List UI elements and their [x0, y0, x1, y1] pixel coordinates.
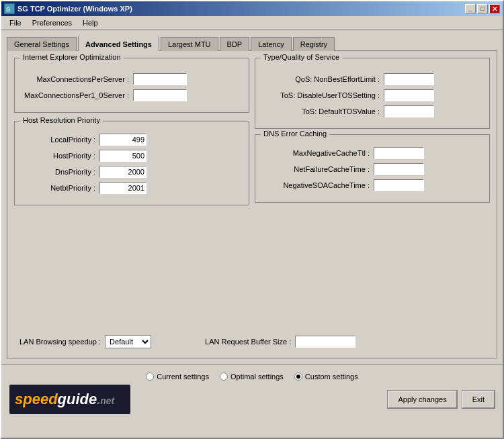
minimize-button[interactable]: _ — [465, 4, 476, 13]
local-priority-input[interactable] — [99, 134, 146, 146]
max-negative-cache-input[interactable] — [374, 147, 424, 159]
type-quality-group: Type/Quality of Service QoS: NonBestEffo… — [255, 58, 490, 129]
negative-soa-cache-input[interactable] — [374, 179, 424, 191]
dns-label-0: MaxNegativeCacheTtl : — [262, 149, 370, 157]
footer-bottom: speedguide.net Apply changes Exit — [9, 385, 495, 414]
maximize-button[interactable]: □ — [477, 4, 488, 13]
title-bar: S SG TCP Optimizer (Windows XP) _ □ ✕ — [1, 1, 503, 16]
button-row: Apply changes Exit — [388, 391, 495, 408]
tqos-group-title: Type/Quality of Service — [261, 53, 342, 61]
dns-group-title: DNS Error Caching — [261, 130, 329, 138]
logo-guide: guide — [58, 391, 97, 407]
svg-text:S: S — [6, 6, 10, 13]
menu-preferences[interactable]: Preferences — [27, 17, 77, 28]
lan-right: LAN Request Buffer Size : — [205, 336, 355, 348]
apply-changes-button[interactable]: Apply changes — [388, 391, 456, 408]
lan-row: LAN Browsing speedup : Default Enabled D… — [14, 332, 490, 351]
radio-custom-settings[interactable]: Custom settings — [294, 373, 358, 381]
logo-area: speedguide.net — [9, 385, 130, 414]
tqos-field-row-2: ToS: DefaultTOSValue : — [262, 105, 482, 117]
footer: Current settings Optimal settings Custom… — [1, 364, 503, 438]
lan-speedup-select[interactable]: Default Enabled Disabled — [105, 335, 151, 348]
main-content: General Settings Advanced Settings Large… — [1, 30, 503, 364]
ie-group-title: Internet Explorer Optimization — [20, 53, 124, 61]
exit-button[interactable]: Exit — [462, 391, 495, 408]
logo-speed: speed — [15, 391, 58, 407]
main-window: S SG TCP Optimizer (Windows XP) _ □ ✕ Fi… — [0, 0, 504, 439]
dns-priority-input[interactable] — [99, 166, 146, 178]
lan-left: LAN Browsing speedup : Default Enabled D… — [19, 335, 151, 348]
two-column-row: Internet Explorer Optimization MaxConnec… — [14, 58, 490, 327]
host-field-row-1: HostPriority : — [22, 150, 242, 162]
tab-advanced-settings[interactable]: Advanced Settings — [78, 36, 159, 51]
ie-field-row-1: MaxConnectionsPer1_0Server : — [22, 89, 242, 101]
radio-row: Current settings Optimal settings Custom… — [9, 369, 495, 385]
tqos-label-2: ToS: DefaultTOSValue : — [262, 107, 380, 115]
lan-buffer-input[interactable] — [295, 336, 355, 348]
title-buttons: _ □ ✕ — [465, 4, 500, 13]
ie-field-row-0: MaxConnectionsPerServer : — [22, 73, 242, 85]
radio-current-label: Current settings — [157, 373, 209, 381]
max-connections-per10-server-input[interactable] — [133, 89, 187, 101]
tos-disable-input[interactable] — [384, 89, 434, 101]
tab-bdp[interactable]: BDP — [220, 37, 250, 51]
dns-label-2: NegativeSOACacheTime : — [262, 181, 370, 189]
host-resolution-group: Host Resolution Priority LocalPriority :… — [14, 121, 249, 205]
menu-help[interactable]: Help — [77, 17, 103, 28]
radio-custom-label: Custom settings — [305, 373, 358, 381]
tab-registry[interactable]: Registry — [293, 37, 335, 51]
tab-largest-mtu[interactable]: Largest MTU — [161, 37, 218, 51]
host-group-title: Host Resolution Priority — [20, 116, 103, 124]
tab-bar: General Settings Advanced Settings Large… — [7, 36, 497, 51]
dns-error-group: DNS Error Caching MaxNegativeCacheTtl : … — [255, 134, 490, 203]
netbt-priority-input[interactable] — [99, 182, 146, 194]
host-priority-input[interactable] — [99, 150, 146, 162]
tqos-field-row-0: QoS: NonBestEffortLimit : — [262, 73, 482, 85]
radio-circle-optimal — [220, 373, 228, 381]
lan-speedup-label: LAN Browsing speedup : — [19, 338, 101, 346]
app-icon: S — [4, 3, 15, 14]
host-field-row-2: DnsPriority : — [22, 166, 242, 178]
host-label-2: DnsPriority : — [22, 168, 95, 176]
tqos-field-row-1: ToS: DisableUserTOSSetting : — [262, 89, 482, 101]
dns-field-row-1: NetFailureCacheTime : — [262, 163, 482, 175]
ie-label-0: MaxConnectionsPerServer : — [22, 75, 129, 83]
radio-circle-current — [146, 373, 154, 381]
radio-circle-custom — [294, 373, 302, 381]
title-bar-left: S SG TCP Optimizer (Windows XP) — [4, 3, 132, 14]
window-title: SG TCP Optimizer (Windows XP) — [17, 5, 132, 13]
host-field-row-0: LocalPriority : — [22, 134, 242, 146]
logo-net: net — [100, 395, 114, 406]
tab-panel: Internet Explorer Optimization MaxConnec… — [7, 50, 497, 358]
host-label-1: HostPriority : — [22, 152, 95, 160]
dns-label-1: NetFailureCacheTime : — [262, 165, 370, 173]
menu-bar: File Preferences Help — [1, 16, 503, 30]
radio-optimal-label: Optimal settings — [230, 373, 284, 381]
max-connections-per-server-input[interactable] — [133, 73, 187, 85]
right-column: Type/Quality of Service QoS: NonBestEffo… — [255, 58, 490, 327]
lan-buffer-label: LAN Request Buffer Size : — [205, 338, 291, 346]
tqos-label-1: ToS: DisableUserTOSSetting : — [262, 91, 380, 99]
radio-current-settings[interactable]: Current settings — [146, 373, 209, 381]
radio-optimal-settings[interactable]: Optimal settings — [220, 373, 284, 381]
close-button[interactable]: ✕ — [489, 4, 500, 13]
left-column: Internet Explorer Optimization MaxConnec… — [14, 58, 249, 327]
ie-label-1: MaxConnectionsPer1_0Server : — [22, 91, 129, 99]
qos-nonbest-input[interactable] — [384, 73, 434, 85]
tos-default-input[interactable] — [384, 105, 434, 117]
ie-optimization-group: Internet Explorer Optimization MaxConnec… — [14, 58, 249, 113]
tqos-label-0: QoS: NonBestEffortLimit : — [262, 75, 380, 83]
dns-field-row-0: MaxNegativeCacheTtl : — [262, 147, 482, 159]
host-label-0: LocalPriority : — [22, 136, 95, 144]
host-field-row-3: NetbtPriority : — [22, 182, 242, 194]
tab-latency[interactable]: Latency — [251, 37, 292, 51]
menu-file[interactable]: File — [4, 17, 27, 28]
net-failure-cache-input[interactable] — [374, 163, 424, 175]
tab-general-settings[interactable]: General Settings — [7, 37, 77, 51]
dns-field-row-2: NegativeSOACacheTime : — [262, 179, 482, 191]
host-label-3: NetbtPriority : — [22, 184, 95, 192]
